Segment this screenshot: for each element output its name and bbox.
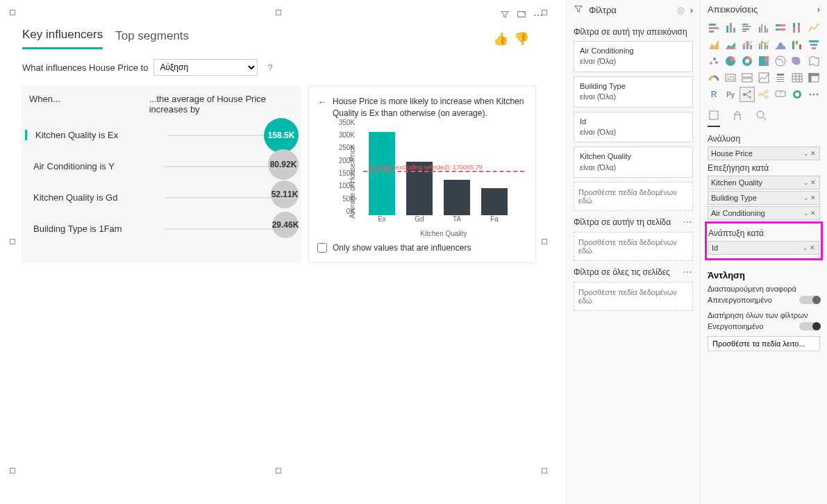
svg-rect-4 [726, 26, 728, 33]
resize-handle[interactable] [542, 468, 547, 473]
viz-python-icon[interactable]: Py [723, 87, 738, 102]
thumbs-up-icon[interactable]: 👍 [493, 31, 508, 47]
svg-rect-52 [777, 77, 784, 78]
resize-handle[interactable] [542, 239, 547, 244]
viz-decomposition-icon[interactable] [756, 87, 771, 102]
cross-report-toggle[interactable] [799, 296, 820, 304]
filter-card[interactable]: Kitchen Qualityείναι (Όλα) [574, 146, 693, 178]
fields-mode-icon[interactable] [708, 109, 720, 127]
chevron-right-icon[interactable]: › [817, 4, 820, 15]
viz-100-column-icon[interactable] [790, 20, 805, 35]
viz-donut-icon[interactable] [740, 53, 755, 69]
viz-line-icon[interactable] [806, 20, 821, 35]
well-field[interactable]: House Price⌄✕ [708, 146, 820, 160]
well-field[interactable]: Air Conditioning⌄✕ [708, 206, 820, 220]
remove-icon[interactable]: ✕ [810, 194, 817, 201]
direction-select[interactable]: Αύξηση [153, 59, 258, 76]
svg-point-70 [795, 92, 799, 96]
viz-treemap-icon[interactable] [756, 53, 771, 69]
resize-handle[interactable] [276, 468, 281, 473]
filter-card[interactable]: Building Typeείναι (Όλα) [574, 76, 693, 108]
only-influencers-checkbox[interactable] [317, 243, 327, 253]
more-icon[interactable]: ⋯ [683, 267, 693, 278]
well-field[interactable]: Id⌄✕ [708, 241, 819, 255]
more-icon[interactable]: ⋯ [683, 217, 693, 228]
chevron-down-icon[interactable]: ⌄ [803, 179, 810, 186]
viz-area-icon[interactable] [706, 37, 721, 52]
eye-icon[interactable]: ◎ [677, 5, 685, 15]
resize-handle[interactable] [276, 10, 281, 15]
viz-arcgis-icon[interactable] [790, 87, 805, 102]
add-drill-fields-button[interactable]: Προσθέστε τα πεδία λειτο... [708, 336, 820, 351]
viz-pie-icon[interactable] [723, 53, 738, 69]
resize-handle[interactable] [10, 468, 15, 473]
filter-icon[interactable] [500, 10, 510, 22]
viz-kpi-icon[interactable] [756, 70, 771, 85]
influencer-row[interactable]: Building Type is 1Fam 29.46K [25, 224, 294, 234]
influencer-bubble: 52.11K [271, 180, 299, 208]
tab-key-influencers[interactable]: Key influencers [22, 28, 103, 49]
viz-qna-icon[interactable]: ? [773, 87, 788, 102]
tab-top-segments[interactable]: Top segments [115, 29, 189, 49]
chevron-right-icon[interactable]: › [690, 5, 693, 15]
filter-section-page: Φίλτρα σε αυτήν τη σελίδα [574, 217, 671, 227]
thumbs-down-icon[interactable]: 👎 [514, 31, 529, 47]
focus-icon[interactable] [517, 10, 526, 22]
viz-filled-map-icon[interactable] [790, 53, 805, 69]
filter-dropzone[interactable]: Προσθέστε πεδία δεδομένων εδώ [574, 182, 693, 211]
viz-100-bar-icon[interactable] [773, 20, 788, 35]
resize-handle[interactable] [10, 10, 15, 15]
resize-handle[interactable] [10, 239, 15, 244]
analytics-mode-icon[interactable] [755, 109, 767, 127]
filter-dropzone[interactable]: Προσθέστε πεδία δεδομένων εδώ [574, 232, 693, 261]
viz-waterfall-icon[interactable] [790, 37, 805, 52]
viz-gauge-icon[interactable] [706, 70, 721, 85]
keep-filters-toggle[interactable] [799, 322, 820, 330]
visual-frame[interactable]: ⋯ Key influencers Top segments 👍 👎 What … [12, 12, 544, 471]
viz-key-influencers-icon[interactable] [740, 87, 755, 102]
viz-stacked-area-icon[interactable] [723, 37, 738, 52]
well-field[interactable]: Kitchen Quality⌄✕ [708, 176, 820, 190]
chart-bar[interactable] [444, 180, 470, 215]
remove-icon[interactable]: ✕ [810, 179, 817, 186]
chart-bar[interactable] [369, 132, 395, 215]
viz-ribbon-icon[interactable] [773, 37, 788, 52]
remove-icon[interactable]: ✕ [810, 210, 817, 217]
viz-table-icon[interactable] [790, 70, 805, 85]
influencer-row[interactable]: Air Conditioning is Y 80.92K [25, 161, 294, 171]
viz-scatter-icon[interactable] [706, 53, 721, 69]
viz-stacked-bar-icon[interactable] [706, 20, 721, 35]
chevron-down-icon[interactable]: ⌄ [802, 244, 809, 251]
chevron-down-icon[interactable]: ⌄ [803, 210, 810, 217]
viz-funnel-icon[interactable] [806, 37, 821, 52]
filter-card[interactable]: Idείναι (Όλα) [574, 112, 693, 143]
chevron-down-icon[interactable]: ⌄ [803, 194, 810, 201]
chart-bar[interactable] [481, 188, 508, 215]
viz-card-icon[interactable]: 123 [723, 70, 738, 85]
viz-clustered-column-icon[interactable] [756, 20, 771, 35]
viz-stacked-column-icon[interactable] [723, 20, 738, 35]
viz-matrix-icon[interactable] [806, 70, 821, 85]
filter-card[interactable]: Air Conditioningείναι (Όλα) [574, 41, 693, 72]
viz-multirow-card-icon[interactable] [740, 70, 755, 85]
influencer-row[interactable]: Kitchen Quality is Ex 158.5K [25, 130, 294, 140]
viz-clustered-bar-icon[interactable] [740, 20, 755, 35]
remove-icon[interactable]: ✕ [809, 244, 816, 251]
chevron-down-icon[interactable]: ⌄ [803, 150, 810, 157]
influencer-row[interactable]: Kitchen Quality is Gd 52.11K [25, 192, 294, 203]
format-mode-icon[interactable] [731, 109, 744, 127]
viz-slicer-icon[interactable] [773, 70, 788, 85]
svg-rect-35 [812, 47, 816, 49]
help-icon[interactable]: ? [263, 62, 272, 73]
viz-line-column-icon[interactable] [740, 37, 755, 52]
more-icon[interactable]: ⋯ [533, 10, 543, 22]
remove-icon[interactable]: ✕ [810, 150, 817, 157]
viz-more-icon[interactable] [806, 87, 821, 102]
viz-shape-map-icon[interactable] [806, 53, 821, 69]
back-icon[interactable]: ← [317, 96, 327, 119]
viz-line-clustered-icon[interactable] [756, 37, 771, 52]
viz-r-icon[interactable]: R [706, 87, 721, 102]
well-field[interactable]: Building Type⌄✕ [708, 191, 820, 205]
filter-dropzone[interactable]: Προσθέστε πεδία δεδομένων εδώ [574, 282, 693, 311]
viz-map-icon[interactable] [773, 53, 788, 69]
